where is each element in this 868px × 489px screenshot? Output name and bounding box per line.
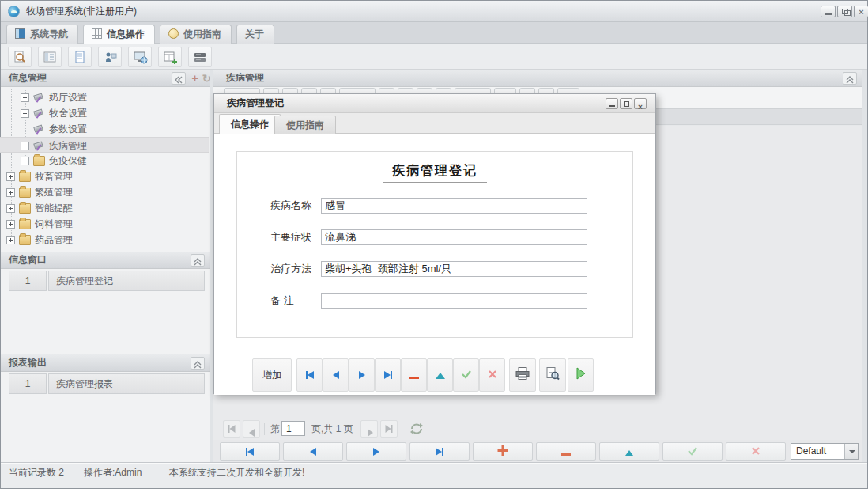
last-record-button[interactable]	[375, 358, 401, 392]
delete-record-button[interactable]	[401, 358, 427, 392]
print-preview-button[interactable]	[539, 358, 566, 392]
first-record-button[interactable]	[296, 358, 323, 392]
report-button[interactable]	[38, 47, 62, 67]
remarks-input[interactable]	[321, 293, 587, 309]
add-button[interactable]: 增加	[252, 358, 292, 392]
list-item-label[interactable]: 疾病管理登记	[48, 271, 205, 291]
dialog-minimize-button[interactable]	[606, 98, 618, 109]
cancel-x-icon	[751, 445, 760, 459]
archive-button[interactable]	[188, 47, 212, 67]
table-add-button[interactable]	[158, 47, 182, 67]
chevron-down-icon[interactable]	[844, 444, 858, 459]
expand-plus-icon[interactable]	[21, 157, 29, 165]
next-record-button[interactable]	[349, 358, 375, 392]
tab-label: 系统导航	[30, 28, 68, 40]
dialog-title-bar[interactable]: 疾病管理登记 ×	[214, 94, 655, 113]
pagination-bar: 第 页,共 1 页	[213, 418, 862, 440]
nav-next-button[interactable]	[346, 442, 406, 461]
document-button[interactable]	[68, 47, 92, 67]
form-row-treatment-method: 治疗方法	[237, 261, 632, 277]
dialog-close-button[interactable]: ×	[634, 98, 647, 109]
expand-plus-icon[interactable]	[21, 142, 29, 150]
list-item-label[interactable]: 疾病管理报表	[48, 373, 205, 394]
tab-user-guide[interactable]: 使用指南	[160, 25, 232, 44]
style-select[interactable]: Default	[791, 443, 859, 460]
user-button[interactable]	[98, 47, 122, 67]
tab-system-nav[interactable]: 系统导航	[6, 25, 78, 44]
record-edit-button[interactable]	[599, 442, 659, 461]
page-prev-button[interactable]	[243, 420, 260, 438]
main-symptoms-input[interactable]	[321, 229, 587, 245]
report-output-list-item[interactable]: 1 疾病管理报表	[1, 373, 210, 394]
page-last-button[interactable]	[380, 420, 398, 438]
tab-label: 使用指南	[286, 119, 324, 131]
edit-up-icon	[625, 445, 633, 459]
tool-icon	[33, 93, 45, 103]
report-output-title: 报表输出	[1, 357, 47, 368]
dialog-restore-button[interactable]	[620, 98, 632, 109]
page-refresh-button[interactable]	[408, 420, 425, 438]
cancel-button[interactable]	[479, 358, 505, 392]
tree-item-disease-management[interactable]: 疾病管理	[0, 137, 209, 153]
record-cancel-button[interactable]	[726, 442, 786, 461]
window-restore-button[interactable]	[837, 6, 852, 17]
dialog-tab-info-operation[interactable]: 信息操作	[219, 114, 281, 134]
search-button[interactable]	[8, 47, 32, 67]
print-button[interactable]	[509, 358, 536, 392]
window-close-button[interactable]: ×	[854, 6, 868, 17]
tree-item-parameter-settings[interactable]: 参数设置	[0, 121, 209, 137]
expand-plus-icon[interactable]	[6, 236, 15, 244]
prev-icon	[310, 445, 316, 459]
status-message-text: 本系统支持二次开发和全新开发!	[169, 463, 304, 482]
record-delete-button[interactable]	[536, 442, 596, 461]
nav-last-button[interactable]	[409, 442, 470, 461]
folder-icon	[19, 188, 31, 198]
dialog-tab-user-guide[interactable]: 使用指南	[274, 116, 336, 134]
disease-name-input[interactable]	[321, 198, 587, 214]
expand-plus-icon[interactable]	[6, 220, 15, 229]
edit-record-button[interactable]	[427, 358, 453, 392]
report-output-collapse-button[interactable]	[191, 357, 205, 370]
tree-item-breeding-management[interactable]: 繁殖管理	[0, 184, 209, 200]
list-item-number: 1	[9, 373, 47, 394]
dialog-title: 疾病管理登记	[214, 97, 284, 108]
sidebar-collapse-button[interactable]	[172, 72, 186, 85]
nav-first-button[interactable]	[220, 442, 280, 461]
tree-item-barn-settings[interactable]: 牧舍设置	[0, 105, 209, 121]
tree-item-milk-parlor-settings[interactable]: 奶厅设置	[0, 89, 209, 105]
tree-item-medicine-management[interactable]: 药品管理	[0, 232, 209, 248]
monitor-button[interactable]	[128, 47, 152, 67]
form-title: 疾病管理登记	[383, 163, 487, 183]
treatment-method-input[interactable]	[321, 261, 587, 277]
tree-item-livestock-management[interactable]: 牧畜管理	[0, 169, 209, 184]
expand-plus-icon[interactable]	[21, 93, 29, 102]
tree-item-label: 奶厅设置	[49, 89, 87, 105]
info-window-collapse-button[interactable]	[191, 254, 205, 267]
expand-plus-icon[interactable]	[21, 109, 29, 118]
page-first-button[interactable]	[223, 420, 240, 438]
next-icon	[368, 426, 373, 440]
prev-record-button[interactable]	[323, 358, 349, 392]
record-add-button[interactable]	[473, 442, 533, 461]
page-next-button[interactable]	[360, 420, 378, 438]
tree-item-feed-management[interactable]: 饲料管理	[0, 216, 209, 232]
expand-plus-icon[interactable]	[6, 188, 15, 197]
tab-info-operation[interactable]: 信息操作	[83, 25, 155, 44]
tree-add-button[interactable]: +	[189, 71, 201, 85]
content-collapse-button[interactable]	[843, 72, 857, 85]
expand-plus-icon[interactable]	[6, 172, 15, 181]
window-minimize-button[interactable]	[821, 6, 836, 17]
nav-prev-button[interactable]	[283, 442, 343, 461]
confirm-button[interactable]	[453, 358, 479, 392]
expand-plus-icon[interactable]	[6, 204, 15, 213]
tree-item-immunization-health[interactable]: 免疫保健	[0, 153, 209, 169]
first-icon	[228, 422, 236, 436]
info-window-list-item[interactable]: 1 疾病管理登记	[1, 271, 210, 291]
record-confirm-button[interactable]	[662, 442, 723, 461]
page-number-input[interactable]	[281, 421, 305, 436]
run-report-button[interactable]	[568, 358, 594, 392]
monitor-globe-icon	[134, 51, 148, 65]
tree-item-smart-reminders[interactable]: 智能提醒	[0, 200, 209, 216]
tab-label: 信息操作	[231, 119, 269, 130]
tab-about[interactable]: 关于	[236, 25, 274, 44]
